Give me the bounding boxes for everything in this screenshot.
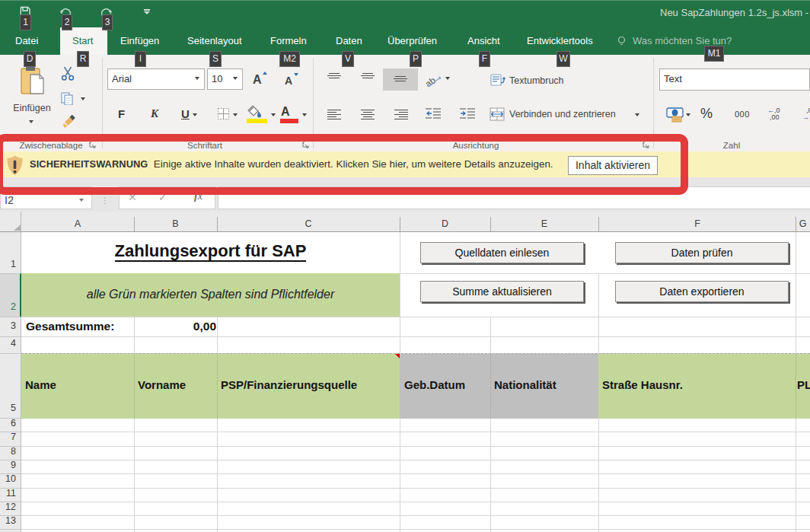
svg-text:ab: ab (425, 75, 438, 89)
